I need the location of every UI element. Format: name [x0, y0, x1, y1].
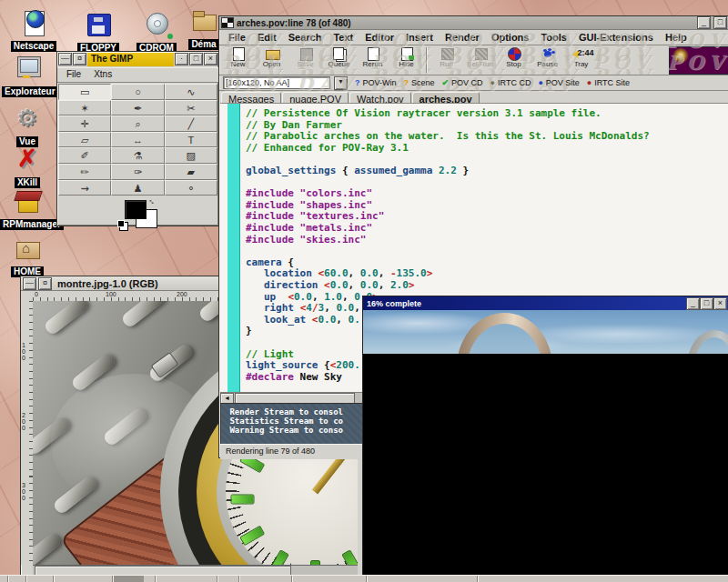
- stop-button[interactable]: Stop: [497, 45, 531, 75]
- sel-run-button: Sel-Run: [463, 45, 497, 75]
- render-titlebar[interactable]: 16% complete _ □ ×: [363, 296, 728, 310]
- editor-menu-edit[interactable]: Edit: [252, 32, 282, 43]
- shade-icon[interactable]: —: [58, 53, 72, 65]
- desktop-icon-netscape[interactable]: Netscape: [9, 9, 58, 53]
- tool-magnify[interactable]: ⌕: [111, 115, 164, 132]
- tool-move[interactable]: ✛: [58, 115, 111, 132]
- minimize-icon[interactable]: _: [697, 16, 711, 29]
- tread: [120, 301, 167, 329]
- desktop-icon-cdrom[interactable]: CDROM: [133, 11, 180, 55]
- render-preset-select[interactable]: [160x120, No AA]: [223, 76, 330, 89]
- desktop-icon-explorateur[interactable]: Explorateur: [2, 55, 55, 98]
- toggle-pov-win[interactable]: ?POV-Win: [351, 78, 400, 87]
- taskbar-segment[interactable]: [217, 576, 239, 582]
- toggle-irtc-cd[interactable]: ●IRTC CD: [487, 78, 535, 87]
- tool-fuzzy-select[interactable]: ✶: [58, 100, 111, 116]
- gimp-menu-file[interactable]: File: [61, 68, 86, 82]
- desktop-icon-vue[interactable]: ⚙Vue: [7, 105, 47, 148]
- taskbar[interactable]: [0, 575, 728, 582]
- foreground-color-swatch[interactable]: [125, 200, 147, 219]
- close-icon[interactable]: ×: [713, 297, 727, 310]
- tool-rect-select[interactable]: ▭: [58, 84, 111, 100]
- editor-menu-search[interactable]: Search: [283, 32, 328, 43]
- gimp-menu-xtns[interactable]: Xtns: [88, 68, 117, 82]
- queue-button[interactable]: Queue: [322, 45, 356, 75]
- tool-crop[interactable]: ╱: [165, 115, 217, 132]
- hide-button[interactable]: Hide: [389, 45, 423, 75]
- tool-pencil[interactable]: ✏: [58, 164, 111, 180]
- shade-icon[interactable]: —: [23, 277, 36, 290]
- toolbar-button-label: Queue: [322, 60, 356, 68]
- maximize-icon[interactable]: □: [189, 53, 203, 65]
- tool-fuzzy-select-icon: ✶: [81, 103, 89, 114]
- tool-free-select[interactable]: ∿: [165, 84, 217, 100]
- editor-menu-insert[interactable]: Insert: [400, 32, 439, 43]
- new-button[interactable]: New: [221, 45, 255, 75]
- taskbar-segment[interactable]: [366, 576, 476, 582]
- code-line: #include "shapes.inc": [246, 199, 372, 211]
- open-button[interactable]: Open: [255, 45, 288, 75]
- editor-menu-tools[interactable]: Tools: [535, 32, 572, 43]
- tool-airbrush[interactable]: ⇝: [58, 180, 111, 196]
- tool-color-picker[interactable]: ✐: [58, 147, 111, 164]
- desktop-icon-home[interactable]: HOME: [7, 235, 47, 278]
- tool-flip[interactable]: ↔: [111, 132, 164, 148]
- gimp-titlebar[interactable]: — ¤ The GIMP · □ ×: [57, 52, 218, 67]
- pause-button[interactable]: Pause: [531, 45, 564, 75]
- tool-blend[interactable]: ▨: [165, 147, 217, 164]
- taskbar-segment[interactable]: [291, 576, 363, 582]
- tool-bezier-select[interactable]: ✒: [111, 100, 164, 116]
- taskbar-segment[interactable]: [25, 576, 54, 582]
- editor-titlebar[interactable]: arches.pov:line 78 (of 480) _ □: [219, 16, 728, 30]
- taskbar-segment[interactable]: [53, 576, 106, 582]
- tool-text[interactable]: T: [165, 132, 217, 148]
- toolbar-button-label: Tray: [564, 60, 598, 68]
- taskbar-segment[interactable]: [155, 576, 167, 582]
- taskbar-segment[interactable]: [238, 576, 292, 582]
- taskbar-segment[interactable]: [7, 576, 26, 582]
- default-colors-icon[interactable]: [117, 220, 125, 227]
- toggle-scene[interactable]: ?Scene: [400, 78, 439, 87]
- floppy-icon: [83, 11, 114, 38]
- editor-menu-options[interactable]: Options: [486, 32, 535, 43]
- tool-transform-icon: ▱: [81, 135, 88, 146]
- tool-paintbrush[interactable]: ✑: [111, 164, 164, 180]
- editor-menu-help[interactable]: Help: [660, 32, 693, 43]
- minimize-icon[interactable]: _: [686, 297, 700, 310]
- toggle-pov-site[interactable]: ●POV Site: [534, 78, 582, 87]
- editor-menu-gui-extensions[interactable]: GUI-Extensions: [573, 32, 659, 43]
- gimp-tool-grid: ▭○∿✶✒✂✛⌕╱▱↔T✐⚗▨✏✑▰⇝♟⚬: [58, 84, 217, 196]
- taskbar-segment[interactable]: [477, 576, 711, 582]
- taskbar-segment[interactable]: [112, 576, 144, 582]
- tool-transform[interactable]: ▱: [58, 132, 111, 148]
- tool-flip-icon: ↔: [133, 135, 143, 146]
- tool-ellipse-select[interactable]: ○: [111, 84, 164, 100]
- tray-button[interactable]: 2:44Tray: [564, 45, 598, 75]
- code-line: global_settings { assumed_gamma 2.2 }: [246, 165, 469, 176]
- tool-convolve[interactable]: ⚬: [165, 180, 217, 196]
- tool-scissors[interactable]: ✂: [165, 100, 217, 116]
- tool-clone[interactable]: ♟: [111, 180, 164, 196]
- tool-move-icon: ✛: [81, 118, 89, 129]
- desktop-icon-rpmmanager[interactable]: RPMmanager: [0, 187, 56, 231]
- tool-eraser[interactable]: ▰: [165, 164, 217, 180]
- editor-menu-editor[interactable]: Editor: [359, 32, 399, 43]
- maximize-icon[interactable]: □: [700, 297, 713, 310]
- swap-colors-icon[interactable]: ↔: [147, 195, 158, 206]
- pin-icon[interactable]: ¤: [73, 53, 86, 65]
- desktop-icon-floppy[interactable]: FLOPPY: [73, 11, 124, 55]
- rerun-button[interactable]: Rerun: [356, 45, 389, 75]
- toggle-irtc-site[interactable]: ●IRTC Site: [583, 78, 633, 87]
- close-icon[interactable]: ×: [204, 53, 217, 65]
- desktop-icon-xkill[interactable]: ✗XKill: [7, 146, 47, 189]
- editor-menu-render[interactable]: Render: [440, 32, 485, 43]
- maximize-icon[interactable]: □: [713, 16, 727, 29]
- povray-app-icon[interactable]: [221, 17, 234, 28]
- tool-bucket-fill[interactable]: ⚗: [111, 147, 164, 164]
- menu-dot-icon[interactable]: ·: [175, 53, 188, 65]
- pin-icon[interactable]: ¤: [38, 277, 52, 290]
- preset-dropdown-icon[interactable]: ▾: [334, 76, 348, 90]
- editor-menu-file[interactable]: File: [223, 32, 251, 43]
- toggle-pov-cd[interactable]: ✔POV CD: [439, 78, 487, 87]
- editor-menu-text[interactable]: Text: [328, 32, 359, 43]
